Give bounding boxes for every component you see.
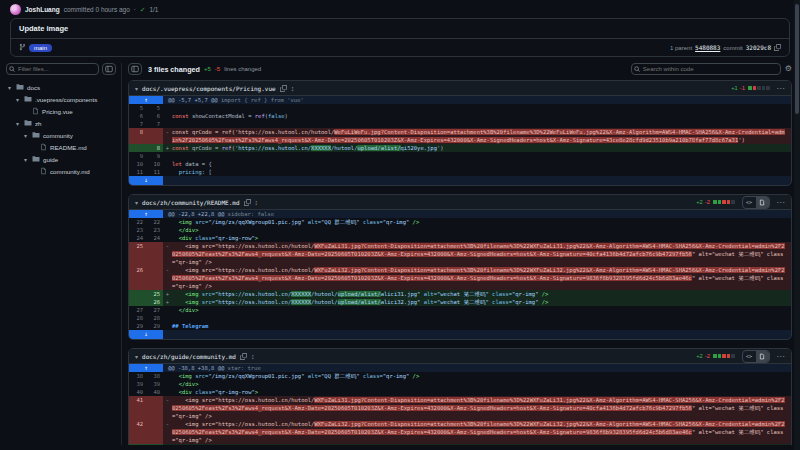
old-line-number[interactable]: 11 [129, 168, 146, 176]
source-view-button[interactable]: <> [743, 351, 756, 362]
new-line-number[interactable] [146, 128, 163, 144]
new-line-number[interactable]: 10 [146, 160, 163, 168]
old-line-number[interactable]: 29 [129, 322, 146, 330]
old-line-number[interactable]: 38 [129, 372, 146, 380]
old-line-number[interactable]: 40 [129, 388, 146, 396]
file-path-link[interactable]: docs/.vuepress/components/Pricing.vue [142, 85, 276, 92]
old-line-number[interactable] [129, 298, 146, 306]
new-line-number[interactable]: 9 [146, 152, 163, 160]
code-line: ## Telegram [172, 322, 791, 330]
diff-settings-gear-icon[interactable]: ⚙ [785, 65, 792, 73]
tree-folder-zh[interactable]: ▾zh [6, 117, 116, 129]
copy-path-icon[interactable] [244, 199, 251, 206]
tree-folder-docs[interactable]: ▾docs [6, 81, 116, 93]
old-line-number[interactable]: 26 [129, 266, 146, 290]
old-line-number[interactable]: 8 [129, 128, 146, 144]
new-line-number[interactable]: 6 [146, 112, 163, 120]
new-line-number[interactable]: 8 [146, 144, 163, 152]
old-line-number[interactable]: 25 [129, 242, 146, 266]
new-line-number[interactable]: 41 [146, 444, 163, 445]
new-line-number[interactable] [146, 242, 163, 266]
file-options-kebab-icon[interactable]: ⋯ [777, 352, 786, 361]
copy-sha-icon[interactable] [774, 44, 781, 52]
expand-up-button[interactable]: ↑ [129, 96, 163, 104]
avatar[interactable] [10, 4, 21, 15]
expand-diff-icon[interactable]: ↕ [251, 353, 255, 360]
chevron-down-icon[interactable]: ▾ [16, 96, 21, 103]
expand-down-button[interactable]: ↓ [129, 330, 163, 339]
old-line-number[interactable]: 6 [129, 112, 146, 120]
file-options-kebab-icon[interactable]: ⋯ [777, 198, 786, 207]
search-within-code-input[interactable] [631, 63, 781, 75]
new-line-number[interactable]: 7 [146, 120, 163, 128]
old-line-number[interactable]: 7 [129, 120, 146, 128]
new-line-number[interactable]: 23 [146, 226, 163, 234]
chevron-down-icon[interactable]: ▾ [8, 84, 13, 91]
new-line-number[interactable] [146, 396, 163, 420]
branch-badge[interactable]: main [29, 44, 52, 52]
old-line-number[interactable]: 42 [129, 420, 146, 444]
tree-file-readme-md[interactable]: README.md [6, 141, 116, 153]
collapse-diff-chevron-icon[interactable]: ▾ [135, 353, 138, 360]
new-line-number[interactable]: 25 [146, 290, 163, 298]
old-line-number[interactable]: 39 [129, 380, 146, 388]
old-line-number[interactable] [129, 290, 146, 298]
tree-file-community-md[interactable]: community.md [6, 165, 116, 177]
tree-file-pricing-vue[interactable]: Pricing.vue [6, 105, 116, 117]
file-path-link[interactable]: docs/zh/community/README.md [142, 199, 240, 206]
old-line-number[interactable]: 24 [129, 234, 146, 242]
source-view-button[interactable]: <> [743, 197, 756, 208]
tree-folder-vuepress-components[interactable]: ▾.vuepress/components [6, 93, 116, 105]
scrollbar-thumb[interactable] [795, 4, 799, 114]
new-line-number[interactable]: 27 [146, 306, 163, 314]
old-line-number[interactable] [129, 144, 146, 152]
old-line-number[interactable]: 22 [129, 218, 146, 226]
collapse-file-tree-button[interactable] [102, 63, 116, 75]
new-line-number[interactable]: 40 [146, 388, 163, 396]
file-path-link[interactable]: docs/zh/guide/community.md [142, 353, 236, 360]
new-line-number[interactable]: 24 [146, 234, 163, 242]
new-line-number[interactable] [146, 266, 163, 290]
new-line-number[interactable]: 22 [146, 218, 163, 226]
filter-files-input[interactable] [6, 63, 99, 75]
new-line-number[interactable]: 29 [146, 322, 163, 330]
old-line-number[interactable]: 27 [129, 306, 146, 314]
new-line-number[interactable]: 39 [146, 380, 163, 388]
collapse-diff-chevron-icon[interactable]: ▾ [135, 199, 138, 206]
old-line-number[interactable]: 9 [129, 152, 146, 160]
rich-view-button[interactable] [756, 351, 769, 362]
parent-sha-link[interactable]: 5480883 [695, 44, 720, 51]
toggle-file-tree-button[interactable] [128, 63, 142, 75]
copy-path-icon[interactable] [240, 353, 247, 360]
new-line-number[interactable]: 11 [146, 168, 163, 176]
expand-diff-icon[interactable]: ↕ [255, 199, 259, 206]
collapse-diff-chevron-icon[interactable]: ▾ [135, 85, 138, 92]
chevron-down-icon[interactable]: ▾ [16, 120, 21, 127]
rich-view-button[interactable] [756, 197, 769, 208]
tree-folder-guide[interactable]: ▾guide [6, 153, 116, 165]
file-options-kebab-icon[interactable]: ⋯ [777, 84, 786, 93]
new-line-number[interactable]: 28 [146, 314, 163, 322]
expand-up-button[interactable]: ↑ [129, 364, 163, 372]
commit-author[interactable]: JoshLuang [25, 6, 60, 13]
old-line-number[interactable] [129, 444, 146, 445]
old-line-number[interactable]: 23 [129, 226, 146, 234]
chevron-down-icon[interactable]: ▾ [24, 156, 29, 163]
old-line-number[interactable]: 41 [129, 396, 146, 420]
new-line-number[interactable]: 5 [146, 104, 163, 112]
tree-folder-community[interactable]: ▾community [6, 129, 116, 141]
expand-up-button[interactable]: ↑ [129, 210, 163, 218]
page-scrollbar[interactable] [794, 0, 800, 450]
copy-path-icon[interactable] [280, 85, 287, 92]
old-line-number[interactable]: 10 [129, 160, 146, 168]
new-line-number[interactable] [146, 420, 163, 444]
expand-down-button[interactable]: ↓ [129, 176, 163, 185]
old-line-number[interactable]: 5 [129, 104, 146, 112]
chevron-down-icon[interactable]: ▾ [24, 132, 29, 139]
checks-passed-icon[interactable]: ✓ [140, 6, 145, 14]
checks-count[interactable]: 1/1 [149, 6, 158, 13]
expand-diff-icon[interactable]: ↕ [291, 85, 295, 92]
new-line-number[interactable]: 38 [146, 372, 163, 380]
new-line-number[interactable]: 26 [146, 298, 163, 306]
old-line-number[interactable]: 28 [129, 314, 146, 322]
